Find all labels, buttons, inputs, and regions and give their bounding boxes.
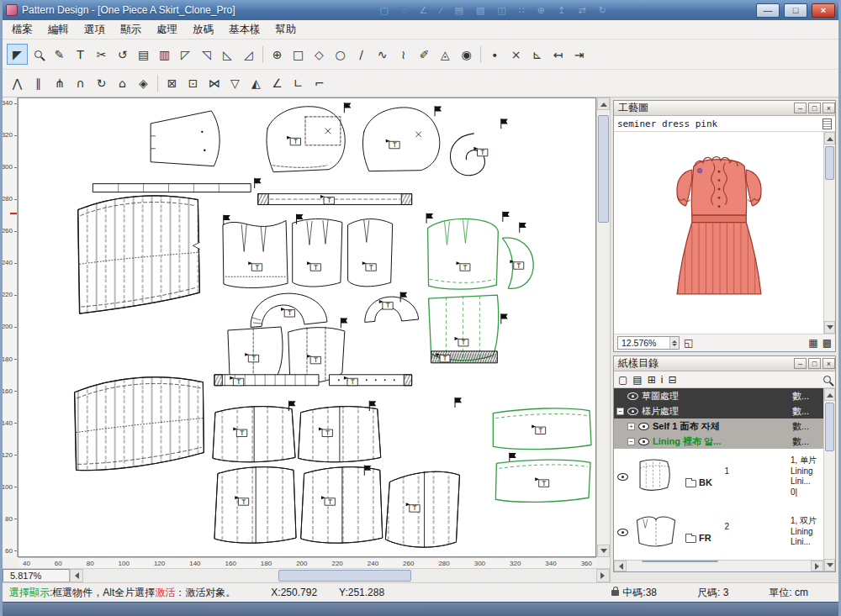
pattern-piece-ruler-strip-1[interactable]: [214, 375, 319, 386]
search-icon[interactable]: [823, 376, 831, 383]
item-visibility-eye-icon[interactable]: [617, 529, 628, 536]
shape-arrow-tool-button[interactable]: ◬: [435, 44, 456, 65]
tree-expander[interactable]: −: [616, 408, 624, 415]
circle-center-tool-button[interactable]: ⊕: [267, 44, 288, 65]
menu-item-5[interactable]: 處理: [149, 20, 185, 39]
catalog-close-button[interactable]: ×: [822, 358, 835, 369]
catalog-scroll-up-button[interactable]: [824, 388, 835, 401]
pattern-piece-skirt-panel-2[interactable]: [299, 407, 381, 462]
close-button[interactable]: ×: [812, 3, 835, 18]
catalog-vertical-scrollbar[interactable]: [823, 388, 835, 571]
skew-tool-2-button[interactable]: ◹: [196, 44, 217, 65]
scroll-right-button[interactable]: [596, 569, 610, 582]
rectangle-tool-button[interactable]: □: [288, 44, 309, 65]
visibility-eye-icon[interactable]: [627, 392, 638, 400]
pattern-piece-pleated-panel-1[interactable]: [78, 196, 200, 313]
catalog-hscroll-thumb[interactable]: [642, 561, 719, 562]
pattern-item-2[interactable]: 2FR1, 双片LiningLini...: [614, 504, 823, 560]
new-piece-button[interactable]: ▢: [618, 374, 627, 386]
tree-row-3[interactable]: +Self 1 面布 자체數...: [614, 419, 823, 434]
pattern-piece-strip-1[interactable]: [93, 184, 251, 192]
zoom-spinner[interactable]: [669, 337, 679, 349]
catalog-scroll-left-button[interactable]: [614, 561, 627, 571]
arc-tool-button[interactable]: ∩: [70, 73, 91, 94]
catalog-restore-button[interactable]: □: [808, 358, 821, 369]
pattern-piece-collar-2[interactable]: [365, 297, 419, 322]
pattern-piece-bodice-back[interactable]: [223, 220, 288, 287]
right-angle-tool-button[interactable]: ∟: [288, 73, 309, 94]
preview-zoom-combo[interactable]: 12.576%: [617, 336, 680, 350]
line-tool-button[interactable]: ∕: [351, 44, 372, 65]
visibility-eye-icon[interactable]: [638, 423, 649, 430]
tree-expander[interactable]: +: [627, 423, 635, 430]
maximize-button[interactable]: □: [784, 3, 807, 18]
pattern-piece-top-bodice-1[interactable]: [267, 107, 345, 172]
pattern-piece-skirt-panel-5[interactable]: [386, 471, 460, 547]
pattern-piece-lining-bodice[interactable]: [428, 218, 499, 289]
pattern-piece-top-bodice-2[interactable]: [362, 108, 439, 171]
paste-tool-button[interactable]: ▥: [154, 44, 175, 65]
pen-tool-button[interactable]: ✐: [414, 44, 435, 65]
skew-tool-4-button[interactable]: ◿: [238, 44, 259, 65]
select-tool-button[interactable]: ◤: [7, 44, 28, 65]
flip-tool-button[interactable]: ▽: [225, 73, 246, 94]
pleat-tool-button[interactable]: ⋀: [7, 73, 28, 94]
craft-scroll-thumb[interactable]: [825, 146, 834, 180]
canvas-zoom-level[interactable]: 5.817%: [3, 569, 70, 582]
mirror-tool-button[interactable]: ⋈: [204, 73, 225, 94]
delete-point-tool-button[interactable]: ×: [505, 44, 526, 65]
tree-row-4[interactable]: −Lining 裡布 알...數...: [614, 434, 823, 449]
catalog-horizontal-scrollbar[interactable]: [614, 560, 823, 571]
zoom-tool-button[interactable]: [28, 44, 49, 65]
visibility-eye-icon[interactable]: [638, 438, 649, 445]
visibility-eye-icon[interactable]: [627, 408, 638, 415]
pattern-piece-skirt-panel-3[interactable]: [214, 467, 296, 544]
image-view-icon-1[interactable]: ▦: [808, 338, 817, 348]
pattern-piece-ruler-strip-2[interactable]: [330, 375, 412, 386]
craft-scroll-up-button[interactable]: [824, 132, 835, 145]
catalog-minimize-button[interactable]: –: [794, 358, 807, 369]
add-piece-button[interactable]: ⊞: [648, 374, 656, 386]
menu-item-4[interactable]: 顯示: [113, 20, 149, 39]
notch-tool-button[interactable]: ◭: [246, 73, 267, 94]
menu-item-3[interactable]: 選項: [77, 20, 113, 39]
tree-row-2[interactable]: −樣片處理數...: [614, 403, 823, 419]
text-tool-button[interactable]: T: [70, 44, 91, 65]
craft-minimize-button[interactable]: –: [794, 103, 807, 113]
shape-3d-tool-button[interactable]: ⌂: [112, 73, 133, 94]
align-point-tool-button[interactable]: ⇥: [569, 44, 590, 65]
pattern-canvas[interactable]: T: [18, 97, 596, 557]
canvas-vertical-scrollbar[interactable]: [596, 97, 610, 557]
scroll-down-button[interactable]: [597, 545, 610, 557]
scroll-left-button[interactable]: [70, 569, 83, 582]
catalog-vscroll-thumb[interactable]: [825, 403, 834, 451]
catalog-scroll-down-button[interactable]: [824, 559, 835, 571]
angle-point-tool-button[interactable]: ⊾: [526, 44, 547, 65]
image-view-icon-2[interactable]: ▩: [822, 338, 832, 348]
curve-tool-button[interactable]: ∿: [372, 44, 393, 65]
box-select-tool-button[interactable]: ⊠: [161, 73, 182, 94]
parallel-pleat-tool-button[interactable]: ∥: [28, 73, 49, 94]
pattern-item-1[interactable]: 1BK1, 单片LiningLini...0|: [614, 449, 823, 504]
skew-tool-3-button[interactable]: ◺: [217, 44, 238, 65]
point-tool-button[interactable]: ∙: [484, 44, 505, 65]
pattern-piece-lining-sleeve[interactable]: [502, 238, 533, 288]
pattern-piece-top-yoke[interactable]: [151, 111, 220, 166]
measure-tool-button[interactable]: ✎: [49, 44, 70, 65]
pattern-piece-collar-1[interactable]: [251, 293, 327, 327]
stretch-tool-button[interactable]: ⊡: [182, 73, 204, 94]
polygon-tool-button[interactable]: ◇: [309, 44, 330, 65]
pattern-piece-spiral[interactable]: [450, 134, 487, 176]
tree-expander[interactable]: −: [627, 438, 635, 445]
move-point-tool-button[interactable]: ↤: [547, 44, 569, 65]
dart-tool-button[interactable]: ⋔: [49, 73, 70, 94]
menu-item-8[interactable]: 幫助: [268, 20, 304, 39]
corner-tool-button[interactable]: ⌐: [309, 73, 330, 94]
pattern-piece-bodice-front[interactable]: [348, 219, 393, 287]
pattern-piece-waistband[interactable]: [258, 194, 411, 205]
pattern-piece-skirt-panel-1[interactable]: [213, 407, 295, 462]
rotate-piece-tool-button[interactable]: ↻: [91, 73, 112, 94]
diamond-tool-button[interactable]: ◈: [133, 73, 154, 94]
angle-tool-button[interactable]: ∠: [267, 73, 288, 94]
skew-tool-1-button[interactable]: ◸: [175, 44, 196, 65]
